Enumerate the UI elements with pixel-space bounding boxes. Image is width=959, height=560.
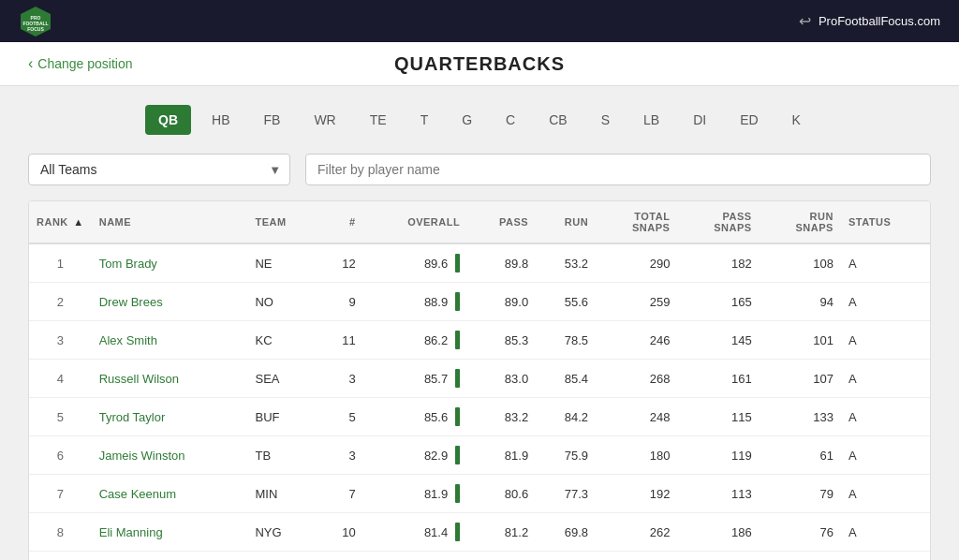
page-title: QUARTERBACKS bbox=[394, 53, 565, 75]
player-name-filter[interactable] bbox=[305, 154, 931, 185]
sort-icon: ▲ bbox=[73, 216, 83, 228]
number-cell: 3 bbox=[319, 436, 363, 475]
total-snaps-cell: 262 bbox=[596, 513, 677, 552]
header-right: ↩ ProFootballFocus.com bbox=[799, 12, 940, 30]
pos-tab-k[interactable]: K bbox=[779, 105, 814, 135]
pos-tab-cb[interactable]: CB bbox=[536, 105, 580, 135]
player-name[interactable]: Eli Manning bbox=[92, 513, 248, 552]
number-cell: 10 bbox=[319, 513, 363, 552]
overall-cell: 88.9 bbox=[363, 283, 468, 321]
table-row: 1 Tom Brady NE 12 89.6 89.8 53.2 290 182… bbox=[29, 243, 930, 283]
team-cell: NYG bbox=[247, 513, 318, 552]
pos-tab-hb[interactable]: HB bbox=[199, 105, 243, 135]
col-pass-snaps: PASSSNAPS bbox=[677, 201, 759, 243]
rank-cell: 8 bbox=[29, 513, 92, 552]
player-name[interactable]: Aaron Rodgers bbox=[92, 552, 248, 561]
status-cell: A bbox=[841, 243, 930, 283]
run-cell: 55.6 bbox=[536, 283, 596, 321]
overall-bar bbox=[455, 254, 460, 273]
team-cell: MIN bbox=[247, 475, 318, 513]
overall-bar bbox=[455, 369, 460, 388]
run-snaps-cell: 94 bbox=[760, 283, 841, 321]
col-overall: OVERALL bbox=[363, 201, 468, 243]
table-row: 4 Russell Wilson SEA 3 85.7 83.0 85.4 26… bbox=[29, 360, 930, 398]
total-snaps-cell: 180 bbox=[596, 436, 677, 475]
header: PRO FOOTBALL FOCUS ↩ ProFootballFocus.co… bbox=[0, 0, 959, 42]
pass-snaps-cell: 115 bbox=[677, 398, 759, 436]
status-cell: A bbox=[841, 475, 930, 513]
run-cell: 82.8 bbox=[536, 552, 596, 561]
site-link[interactable]: ProFootballFocus.com bbox=[819, 14, 940, 28]
pos-tab-te[interactable]: TE bbox=[357, 105, 400, 135]
number-cell: 9 bbox=[319, 283, 363, 321]
run-snaps-cell: 133 bbox=[760, 398, 841, 436]
overall-bar bbox=[455, 331, 460, 349]
back-arrow-icon: ↩ bbox=[799, 12, 811, 30]
overall-cell: 89.6 bbox=[363, 243, 468, 283]
pass-cell: 83.0 bbox=[467, 360, 536, 398]
overall-bar bbox=[455, 523, 460, 541]
pos-tab-fb[interactable]: FB bbox=[251, 105, 294, 135]
run-snaps-cell: 101 bbox=[760, 321, 841, 360]
svg-text:FOCUS: FOCUS bbox=[27, 26, 44, 32]
pos-tab-t[interactable]: T bbox=[407, 105, 442, 135]
overall-cell: 86.2 bbox=[363, 321, 468, 360]
pass-cell: 80.6 bbox=[467, 475, 536, 513]
player-name[interactable]: Tom Brady bbox=[92, 243, 248, 283]
pos-tab-lb[interactable]: LB bbox=[630, 105, 672, 135]
col-run: RUN bbox=[536, 201, 596, 243]
number-cell: 12 bbox=[319, 552, 363, 561]
team-cell: KC bbox=[247, 321, 318, 360]
pass-snaps-cell: 119 bbox=[677, 436, 759, 475]
table-row: 7 Case Keenum MIN 7 81.9 80.6 77.3 192 1… bbox=[29, 475, 930, 513]
pass-cell: 89.8 bbox=[467, 243, 536, 283]
player-name[interactable]: Jameis Winston bbox=[92, 436, 248, 475]
run-snaps-cell: 107 bbox=[760, 360, 841, 398]
overall-cell: 81.0 bbox=[363, 552, 468, 561]
table-body: 1 Tom Brady NE 12 89.6 89.8 53.2 290 182… bbox=[29, 243, 930, 560]
pos-tab-c[interactable]: C bbox=[493, 105, 528, 135]
team-cell: NO bbox=[247, 283, 318, 321]
total-snaps-cell: 290 bbox=[596, 243, 677, 283]
pos-tab-s[interactable]: S bbox=[588, 105, 623, 135]
run-snaps-cell: 76 bbox=[760, 513, 841, 552]
pos-tab-wr[interactable]: WR bbox=[301, 105, 348, 135]
rank-cell: 5 bbox=[29, 398, 92, 436]
filters-row: All Teams ▼ bbox=[28, 154, 931, 185]
player-name[interactable]: Alex Smith bbox=[92, 321, 248, 360]
run-snaps-cell: 108 bbox=[760, 243, 841, 283]
player-name[interactable]: Drew Brees bbox=[92, 283, 248, 321]
pff-logo-icon: PRO FOOTBALL FOCUS bbox=[19, 5, 52, 38]
pos-tab-ed[interactable]: ED bbox=[727, 105, 771, 135]
pass-cell: 89.0 bbox=[467, 283, 536, 321]
team-cell: BUF bbox=[247, 398, 318, 436]
team-select[interactable]: All Teams bbox=[28, 154, 290, 185]
pass-snaps-cell: 145 bbox=[677, 321, 759, 360]
run-cell: 85.4 bbox=[536, 360, 596, 398]
number-cell: 7 bbox=[319, 475, 363, 513]
col-number: # bbox=[319, 201, 363, 243]
overall-bar bbox=[455, 446, 460, 464]
main-content: QBHBFBWRTETGCCBSLBDIEDK All Teams ▼ RANK… bbox=[0, 86, 959, 560]
table-row: 3 Alex Smith KC 11 86.2 85.3 78.5 246 14… bbox=[29, 321, 930, 360]
run-cell: 78.5 bbox=[536, 321, 596, 360]
col-run-snaps: RUNSNAPS bbox=[760, 201, 841, 243]
rank-cell: 4 bbox=[29, 360, 92, 398]
change-position-link[interactable]: ‹ Change position bbox=[28, 55, 133, 72]
overall-bar bbox=[455, 292, 460, 311]
team-cell: GB bbox=[247, 552, 318, 561]
player-name[interactable]: Russell Wilson bbox=[92, 360, 248, 398]
player-name[interactable]: Tyrod Taylor bbox=[92, 398, 248, 436]
team-cell: NE bbox=[247, 243, 318, 283]
team-cell: TB bbox=[247, 436, 318, 475]
player-name[interactable]: Case Keenum bbox=[92, 475, 248, 513]
pos-tab-di[interactable]: DI bbox=[680, 105, 719, 135]
pos-tab-qb[interactable]: QB bbox=[145, 105, 191, 135]
pass-cell: 81.2 bbox=[467, 513, 536, 552]
overall-cell: 82.9 bbox=[363, 436, 468, 475]
status-cell: A bbox=[841, 283, 930, 321]
number-cell: 12 bbox=[319, 243, 363, 283]
pos-tab-g[interactable]: G bbox=[449, 105, 485, 135]
team-cell: SEA bbox=[247, 360, 318, 398]
overall-cell: 85.6 bbox=[363, 398, 468, 436]
